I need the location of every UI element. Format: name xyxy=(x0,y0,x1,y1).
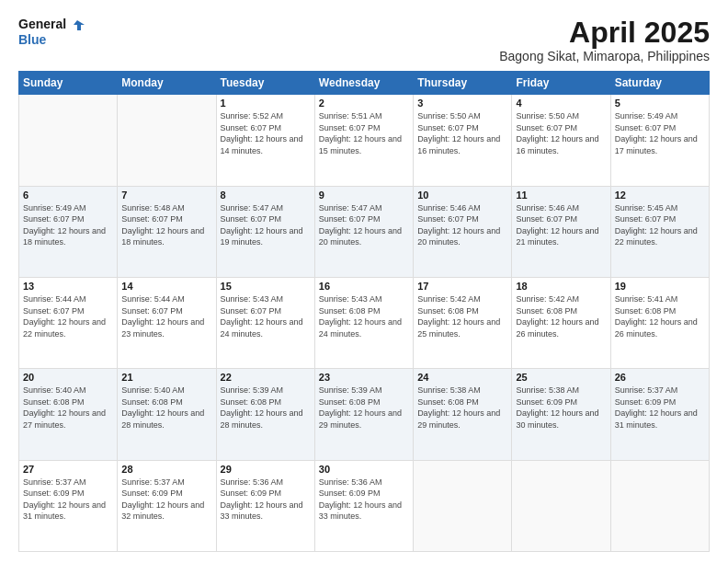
calendar-cell: 17Sunrise: 5:42 AM Sunset: 6:08 PM Dayli… xyxy=(414,277,512,368)
calendar-cell: 24Sunrise: 5:38 AM Sunset: 6:08 PM Dayli… xyxy=(414,369,512,460)
day-number: 18 xyxy=(516,281,606,292)
day-info: Sunrise: 5:41 AM Sunset: 6:08 PM Dayligh… xyxy=(615,293,705,339)
day-info: Sunrise: 5:51 AM Sunset: 6:07 PM Dayligh… xyxy=(319,110,409,156)
day-number: 5 xyxy=(615,98,705,109)
calendar-cell: 20Sunrise: 5:40 AM Sunset: 6:08 PM Dayli… xyxy=(19,369,118,460)
calendar-cell: 15Sunrise: 5:43 AM Sunset: 6:07 PM Dayli… xyxy=(216,277,314,368)
day-number: 13 xyxy=(23,281,113,292)
weekday-header-monday: Monday xyxy=(118,72,216,95)
logo-bird-icon xyxy=(68,17,85,33)
calendar-cell: 1Sunrise: 5:52 AM Sunset: 6:07 PM Daylig… xyxy=(216,95,314,186)
calendar-cell: 22Sunrise: 5:39 AM Sunset: 6:08 PM Dayli… xyxy=(216,369,314,460)
calendar-cell: 16Sunrise: 5:43 AM Sunset: 6:08 PM Dayli… xyxy=(314,277,413,368)
day-info: Sunrise: 5:37 AM Sunset: 6:09 PM Dayligh… xyxy=(23,477,113,523)
day-number: 9 xyxy=(319,190,409,201)
day-number: 8 xyxy=(221,190,311,201)
weekday-header-thursday: Thursday xyxy=(414,72,512,95)
day-info: Sunrise: 5:42 AM Sunset: 6:08 PM Dayligh… xyxy=(417,293,507,339)
calendar-week-row: 27Sunrise: 5:37 AM Sunset: 6:09 PM Dayli… xyxy=(19,460,710,551)
calendar-table: SundayMondayTuesdayWednesdayThursdayFrid… xyxy=(18,71,710,552)
day-info: Sunrise: 5:44 AM Sunset: 6:07 PM Dayligh… xyxy=(121,293,211,339)
weekday-header-sunday: Sunday xyxy=(19,72,118,95)
day-number: 24 xyxy=(417,372,507,383)
day-number: 14 xyxy=(121,281,211,292)
day-info: Sunrise: 5:43 AM Sunset: 6:08 PM Dayligh… xyxy=(319,293,409,339)
weekday-header-wednesday: Wednesday xyxy=(314,72,413,95)
calendar-cell: 2Sunrise: 5:51 AM Sunset: 6:07 PM Daylig… xyxy=(314,95,413,186)
day-info: Sunrise: 5:46 AM Sunset: 6:07 PM Dayligh… xyxy=(516,202,606,248)
day-number: 1 xyxy=(221,98,311,109)
day-number: 19 xyxy=(615,281,705,292)
day-number: 28 xyxy=(121,464,211,475)
calendar-cell: 28Sunrise: 5:37 AM Sunset: 6:09 PM Dayli… xyxy=(118,460,216,551)
day-number: 25 xyxy=(516,372,606,383)
svg-marker-0 xyxy=(74,20,85,30)
day-number: 2 xyxy=(319,98,409,109)
calendar-cell: 13Sunrise: 5:44 AM Sunset: 6:07 PM Dayli… xyxy=(19,277,118,368)
day-info: Sunrise: 5:38 AM Sunset: 6:08 PM Dayligh… xyxy=(417,385,507,431)
calendar-cell: 14Sunrise: 5:44 AM Sunset: 6:07 PM Dayli… xyxy=(118,277,216,368)
subtitle: Bagong Sikat, Mimaropa, Philippines xyxy=(499,49,710,63)
calendar-cell: 29Sunrise: 5:36 AM Sunset: 6:09 PM Dayli… xyxy=(216,460,314,551)
calendar-cell xyxy=(118,95,216,186)
day-info: Sunrise: 5:38 AM Sunset: 6:09 PM Dayligh… xyxy=(516,385,606,431)
title-block: April 2025 Bagong Sikat, Mimaropa, Phili… xyxy=(499,17,710,63)
calendar-week-row: 1Sunrise: 5:52 AM Sunset: 6:07 PM Daylig… xyxy=(19,95,710,186)
calendar-cell xyxy=(610,460,709,551)
day-number: 23 xyxy=(319,372,409,383)
weekday-header-tuesday: Tuesday xyxy=(216,72,314,95)
day-info: Sunrise: 5:40 AM Sunset: 6:08 PM Dayligh… xyxy=(23,385,113,431)
calendar-cell: 3Sunrise: 5:50 AM Sunset: 6:07 PM Daylig… xyxy=(414,95,512,186)
calendar-cell: 21Sunrise: 5:40 AM Sunset: 6:08 PM Dayli… xyxy=(118,369,216,460)
calendar-cell: 27Sunrise: 5:37 AM Sunset: 6:09 PM Dayli… xyxy=(19,460,118,551)
day-number: 11 xyxy=(516,190,606,201)
day-number: 26 xyxy=(615,372,705,383)
header: General Blue April 2025 Bagong Sikat, Mi… xyxy=(18,17,710,63)
day-info: Sunrise: 5:43 AM Sunset: 6:07 PM Dayligh… xyxy=(221,293,311,339)
day-number: 27 xyxy=(23,464,113,475)
calendar-cell: 10Sunrise: 5:46 AM Sunset: 6:07 PM Dayli… xyxy=(414,186,512,277)
logo: General Blue xyxy=(18,17,85,47)
day-number: 4 xyxy=(516,98,606,109)
calendar-cell: 9Sunrise: 5:47 AM Sunset: 6:07 PM Daylig… xyxy=(314,186,413,277)
calendar-cell: 6Sunrise: 5:49 AM Sunset: 6:07 PM Daylig… xyxy=(19,186,118,277)
calendar-cell: 18Sunrise: 5:42 AM Sunset: 6:08 PM Dayli… xyxy=(512,277,610,368)
weekday-header-row: SundayMondayTuesdayWednesdayThursdayFrid… xyxy=(19,72,710,95)
day-number: 6 xyxy=(23,190,113,201)
day-info: Sunrise: 5:36 AM Sunset: 6:09 PM Dayligh… xyxy=(221,477,311,523)
calendar-cell: 26Sunrise: 5:37 AM Sunset: 6:09 PM Dayli… xyxy=(610,369,709,460)
day-number: 15 xyxy=(221,281,311,292)
day-info: Sunrise: 5:46 AM Sunset: 6:07 PM Dayligh… xyxy=(417,202,507,248)
day-info: Sunrise: 5:42 AM Sunset: 6:08 PM Dayligh… xyxy=(516,293,606,339)
calendar-cell: 25Sunrise: 5:38 AM Sunset: 6:09 PM Dayli… xyxy=(512,369,610,460)
calendar-cell: 12Sunrise: 5:45 AM Sunset: 6:07 PM Dayli… xyxy=(610,186,709,277)
day-info: Sunrise: 5:47 AM Sunset: 6:07 PM Dayligh… xyxy=(221,202,311,248)
weekday-header-saturday: Saturday xyxy=(610,72,709,95)
day-number: 29 xyxy=(221,464,311,475)
day-info: Sunrise: 5:44 AM Sunset: 6:07 PM Dayligh… xyxy=(23,293,113,339)
day-number: 17 xyxy=(417,281,507,292)
day-info: Sunrise: 5:36 AM Sunset: 6:09 PM Dayligh… xyxy=(319,477,409,523)
day-number: 21 xyxy=(121,372,211,383)
day-number: 30 xyxy=(319,464,409,475)
day-number: 22 xyxy=(221,372,311,383)
calendar-cell: 19Sunrise: 5:41 AM Sunset: 6:08 PM Dayli… xyxy=(610,277,709,368)
day-info: Sunrise: 5:37 AM Sunset: 6:09 PM Dayligh… xyxy=(615,385,705,431)
calendar-cell: 23Sunrise: 5:39 AM Sunset: 6:08 PM Dayli… xyxy=(314,369,413,460)
day-info: Sunrise: 5:47 AM Sunset: 6:07 PM Dayligh… xyxy=(319,202,409,248)
day-info: Sunrise: 5:37 AM Sunset: 6:09 PM Dayligh… xyxy=(121,477,211,523)
calendar-cell xyxy=(512,460,610,551)
day-number: 16 xyxy=(319,281,409,292)
day-info: Sunrise: 5:39 AM Sunset: 6:08 PM Dayligh… xyxy=(221,385,311,431)
day-info: Sunrise: 5:48 AM Sunset: 6:07 PM Dayligh… xyxy=(121,202,211,248)
day-info: Sunrise: 5:39 AM Sunset: 6:08 PM Dayligh… xyxy=(319,385,409,431)
calendar-cell: 4Sunrise: 5:50 AM Sunset: 6:07 PM Daylig… xyxy=(512,95,610,186)
day-info: Sunrise: 5:52 AM Sunset: 6:07 PM Dayligh… xyxy=(221,110,311,156)
calendar-cell: 8Sunrise: 5:47 AM Sunset: 6:07 PM Daylig… xyxy=(216,186,314,277)
calendar-cell: 7Sunrise: 5:48 AM Sunset: 6:07 PM Daylig… xyxy=(118,186,216,277)
day-number: 10 xyxy=(417,190,507,201)
calendar-cell xyxy=(414,460,512,551)
day-info: Sunrise: 5:49 AM Sunset: 6:07 PM Dayligh… xyxy=(23,202,113,248)
day-number: 7 xyxy=(121,190,211,201)
calendar-cell xyxy=(19,95,118,186)
